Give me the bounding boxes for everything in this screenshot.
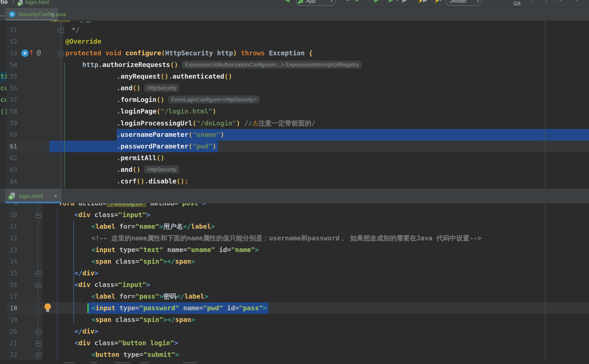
- right-margin-guide: [545, 20, 546, 189]
- code-line-22[interactable]: 22<button type="submit">: [0, 349, 589, 361]
- code-line-62[interactable]: 62.permitAll(): [0, 152, 589, 164]
- fold-collapse-icon[interactable]: [35, 213, 42, 218]
- git-push-icon[interactable]: ↗: [559, 0, 563, 4]
- code-text: .csrf().disable();: [117, 176, 188, 187]
- line-number[interactable]: 62: [7, 152, 17, 164]
- code-line-63[interactable]: 63.and()HttpSecurity: [0, 164, 589, 176]
- code-line-11[interactable]: 11<label for="name">用户名</label>: [0, 221, 589, 232]
- line-number[interactable]: 60: [7, 129, 17, 141]
- fold-end-icon[interactable]: [35, 329, 42, 334]
- code-line-61[interactable]: 61.passwordParameter("pwd"): [0, 141, 589, 152]
- code-line-56[interactable]: 56.and()HttpSecurity: [0, 82, 589, 94]
- fold-end-icon[interactable]: [35, 271, 42, 276]
- code-line-53[interactable]: 53o↑@protected void configure(HttpSecuri…: [0, 47, 589, 59]
- code-line-20[interactable]: 20</div>: [0, 326, 589, 337]
- breadcrumb[interactable]: tio: [1, 0, 8, 5]
- intention-bulb-icon[interactable]: [45, 303, 51, 310]
- line-number[interactable]: 16: [7, 279, 17, 291]
- line-number[interactable]: 12: [7, 232, 17, 244]
- line-number[interactable]: 18: [7, 302, 17, 314]
- code-line-10[interactable]: 10<div class="input">: [0, 209, 589, 221]
- line-number[interactable]: 13: [7, 244, 17, 256]
- tab-login-html[interactable]: H login.html ✕: [5, 189, 61, 203]
- fold-collapse-icon[interactable]: [58, 51, 64, 56]
- fold-collapse-icon[interactable]: [35, 353, 42, 358]
- code-line-60[interactable]: 60.usernameParameter("uname"): [0, 129, 589, 141]
- line-number[interactable]: 64: [7, 176, 17, 187]
- run-configuration-select[interactable]: App ▾: [296, 0, 336, 6]
- code-token: id=: [215, 246, 231, 254]
- line-number[interactable]: 53: [7, 47, 17, 59]
- line-number[interactable]: 56: [7, 82, 17, 94]
- line-number[interactable]: 20: [7, 326, 17, 337]
- line-number[interactable]: 63: [7, 164, 17, 176]
- profiler-caret-icon[interactable]: ▾: [396, 0, 398, 4]
- run-icon[interactable]: ◠: [342, 0, 347, 4]
- line-number[interactable]: 57: [7, 94, 17, 106]
- line-number[interactable]: 61: [7, 141, 17, 152]
- html-file-icon: H: [17, 0, 23, 6]
- breadcrumb-file[interactable]: login.html: [25, 0, 49, 5]
- tab-securityconfig-java[interactable]: C SecurityConfig.java ✕: [5, 8, 58, 20]
- code-line-64[interactable]: 64.csrf().disable();: [0, 176, 589, 187]
- code-line-54[interactable]: 54http.authorizeRequests()ExpressionUrlA…: [0, 59, 589, 71]
- code-token: (): [176, 177, 184, 185]
- close-icon[interactable]: ✕: [51, 11, 55, 17]
- debug-icon[interactable]: ●: [355, 0, 358, 4]
- overriding-method-icon[interactable]: o: [21, 50, 29, 57]
- line-number[interactable]: 59: [7, 117, 17, 129]
- line-number[interactable]: 17: [7, 291, 17, 302]
- profiler-play-icon: ▶: [389, 0, 393, 4]
- code-token: .: [117, 119, 121, 127]
- line-number[interactable]: 15: [7, 267, 17, 279]
- line-number[interactable]: 52: [7, 36, 17, 47]
- code-line-59[interactable]: 59.loginProcessingUrl("/doLogin") //⚠注意一…: [0, 117, 589, 129]
- line-number[interactable]: 11: [7, 221, 17, 232]
- line-number[interactable]: 22: [7, 349, 17, 361]
- history-clock-icon[interactable]: [577, 0, 578, 4]
- line-number[interactable]: 9: [7, 203, 17, 209]
- code-line-57[interactable]: 57.formLogin()FormLoginConfigurer<HttpSe…: [0, 94, 589, 106]
- code-token: .: [169, 73, 172, 80]
- run-coverage-icon[interactable]: ◠: [369, 0, 374, 4]
- code-token: 密码: [163, 293, 176, 300]
- line-number[interactable]: 50: [7, 20, 17, 24]
- line-number[interactable]: 14: [7, 256, 17, 267]
- code-line-21[interactable]: 21<div class="button login">: [0, 337, 589, 349]
- jrebel-select[interactable]: JRebel ▾: [446, 0, 482, 6]
- close-icon[interactable]: ✕: [54, 193, 57, 199]
- code-line-15[interactable]: 15</div>: [0, 267, 589, 279]
- line-number[interactable]: 21: [7, 337, 17, 349]
- java-editor[interactable]: 50"pwd" …51*/52@Override53o↑@protected v…: [0, 20, 589, 189]
- line-number[interactable]: 10: [7, 209, 17, 221]
- git-commit-icon[interactable]: ↓: [545, 0, 548, 4]
- line-number[interactable]: 54: [7, 59, 17, 71]
- code-line-19[interactable]: 19<span class="spin"></span>: [0, 314, 589, 326]
- back-arrow-icon[interactable]: ◀: [285, 0, 290, 4]
- code-line-12[interactable]: 12<!-- 这里的name属性和下面的name属性的值只能分别是：userna…: [0, 232, 589, 244]
- line-number[interactable]: 58: [7, 106, 17, 117]
- code-line-52[interactable]: 52@Override: [0, 36, 589, 47]
- code-token: >: [174, 339, 178, 347]
- line-number[interactable]: 19: [7, 314, 17, 326]
- line-number[interactable]: 55: [7, 71, 17, 82]
- code-token: >: [94, 327, 98, 335]
- fold-collapse-icon[interactable]: [35, 283, 42, 288]
- code-line-13[interactable]: 13<input type="text" name="uname" id="na…: [0, 244, 589, 256]
- fold-collapse-icon[interactable]: [35, 341, 42, 346]
- code-line-16[interactable]: 16<div class="input">: [0, 279, 589, 291]
- code-token: input: [95, 304, 115, 312]
- code-line-55[interactable]: 55.anyRequest().authenticated(): [0, 71, 589, 82]
- code-line-17[interactable]: 17<label for="pass">密码</label>: [0, 291, 589, 302]
- line-number[interactable]: 51: [7, 24, 17, 36]
- profiler-icon[interactable]: ◠: [383, 0, 388, 4]
- code-line-51[interactable]: 51*/: [0, 24, 589, 36]
- fold-end-icon[interactable]: [58, 28, 64, 33]
- html-editor[interactable]: 9form action="/doLogin" method="post">10…: [0, 203, 589, 364]
- git-update-icon[interactable]: ↓: [531, 0, 534, 4]
- code-line-9[interactable]: 9form action="/doLogin" method="post">: [0, 203, 589, 209]
- code-line-58[interactable]: 58.loginPage("/login.html"): [0, 106, 589, 117]
- code-line-14[interactable]: 14<span class="spin"></span>: [0, 256, 589, 267]
- code-token: "pass": [135, 293, 159, 300]
- code-token: <: [91, 304, 95, 312]
